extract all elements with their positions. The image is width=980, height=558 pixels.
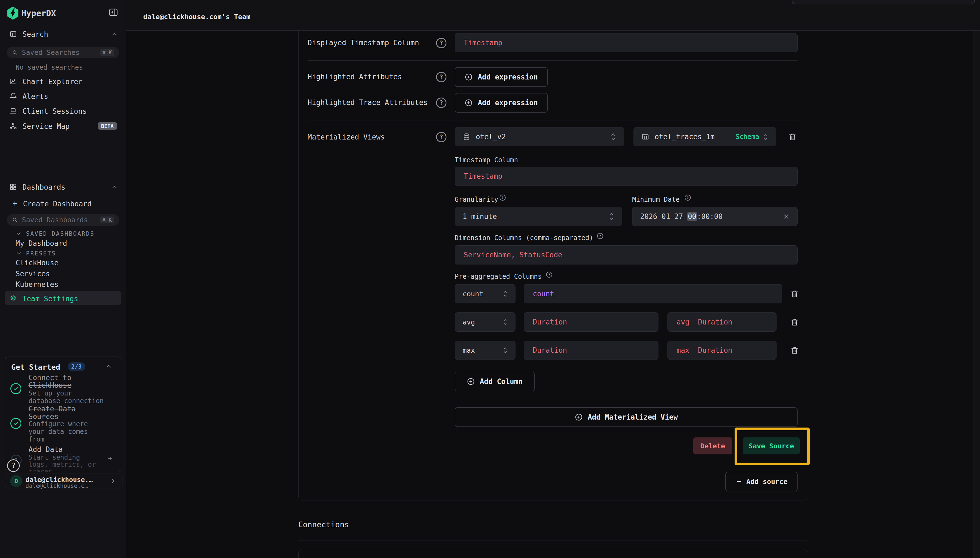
displayed-timestamp-input[interactable]: Timestamp (455, 33, 798, 53)
trash-icon[interactable] (788, 132, 797, 142)
add-expression-button[interactable]: Add expression (455, 67, 548, 87)
select-chevrons-icon (610, 132, 616, 141)
select-chevrons-icon (503, 318, 507, 326)
help-circle-icon[interactable]: ? (546, 272, 552, 277)
connections-panel-cutoff (298, 549, 807, 558)
chevron-up-icon[interactable] (112, 185, 117, 189)
sidebar-item-chart-explorer[interactable]: Chart Explorer (23, 78, 82, 85)
help-circle-icon[interactable]: ? (436, 38, 447, 48)
team-title: dale@clickhouse.com's Team (143, 13, 250, 20)
saved-dashboards-input[interactable]: Saved Dashboards ⌘ K (7, 214, 119, 226)
sidebar-item-alerts[interactable]: Alerts (23, 93, 48, 100)
step2-desc-line2: your data comes (28, 428, 88, 435)
step-complete-check-icon (10, 418, 21, 429)
add-source-button[interactable]: Add source (725, 472, 798, 491)
database-select[interactable]: otel_v2 (455, 127, 624, 146)
beta-badge: BETA (98, 122, 117, 130)
divider (308, 60, 798, 61)
sidebar-item-clickhouse[interactable]: ClickHouse (16, 259, 59, 266)
displayed-timestamp-label: Displayed Timestamp Column (308, 39, 419, 46)
aggregation-expression-input[interactable]: count (524, 284, 782, 304)
step3-desc-line3: traces (28, 468, 52, 472)
help-circle-icon[interactable]: ? (500, 195, 506, 200)
chevron-up-icon[interactable] (106, 364, 111, 368)
database-icon (463, 133, 470, 141)
alerts-bell-icon (9, 92, 17, 100)
add-expression-button[interactable]: Add expression (455, 93, 548, 113)
sidebar-item-my-dashboard[interactable]: My Dashboard (16, 240, 67, 247)
chevron-up-icon[interactable] (112, 32, 117, 36)
service-map-icon (9, 122, 17, 130)
dimension-columns-label: Dimension Columns (comma-separated) (455, 235, 593, 241)
chevron-down-icon[interactable] (16, 231, 21, 235)
schema-link[interactable]: Schema (735, 133, 759, 141)
sidebar-collapse-icon[interactable] (108, 7, 118, 17)
trash-icon[interactable] (790, 345, 799, 355)
avatar: D (10, 475, 22, 487)
user-menu[interactable]: D dale@clickhouse.… dale@clickhouse.c… (5, 474, 123, 488)
circle-plus-icon (465, 73, 473, 81)
search-icon (12, 49, 18, 56)
timestamp-column-input[interactable]: Timestamp (455, 167, 798, 186)
chevron-down-icon[interactable] (16, 251, 21, 255)
saved-dashboards-group-header[interactable]: SAVED DASHBOARDS (26, 231, 95, 237)
top-header: dale@clickhouse.com's Team (126, 0, 980, 31)
minimum-date-input[interactable]: 2026-01-27 00:00:00 (632, 207, 798, 226)
presets-group-header[interactable]: PRESETS (26, 251, 56, 256)
aggregation-fn-select[interactable]: avg (455, 312, 515, 332)
step1-title-line2[interactable]: ClickHouse (28, 382, 72, 389)
help-circle-icon[interactable]: ? (436, 72, 447, 82)
aggregation-fn-select[interactable]: count (455, 284, 515, 304)
client-sessions-laptop-icon (9, 107, 17, 115)
sidebar-item-kubernetes[interactable]: Kubernetes (16, 281, 59, 288)
aggregation-name-input[interactable]: max__Duration (668, 341, 777, 360)
preaggregated-columns-label: Pre-aggregated Columns (455, 273, 542, 280)
sidebar-item-search[interactable]: Search (23, 31, 48, 38)
table-icon (641, 133, 649, 141)
table-select[interactable]: otel_traces_1m Schema (633, 127, 776, 146)
select-chevrons-icon (609, 212, 614, 221)
step1-desc-line1: Set up your (28, 390, 72, 397)
granularity-select[interactable]: 1 minute (455, 207, 622, 226)
help-circle-icon[interactable]: ? (436, 132, 447, 142)
step1-title-line1[interactable]: Connect to (28, 374, 72, 381)
sidebar-item-team-settings[interactable]: Team Settings (5, 291, 121, 305)
saved-searches-input[interactable]: Saved Searches ⌘ K (7, 47, 119, 58)
trash-icon[interactable] (790, 289, 799, 299)
aggregation-name-input[interactable]: avg__Duration (668, 312, 777, 332)
step2-title-line1[interactable]: Create Data (28, 405, 75, 412)
hyperdx-logo-icon (7, 6, 19, 20)
clear-x-icon[interactable] (782, 213, 790, 220)
get-started-title: Get Started (11, 363, 60, 371)
date-hours-segment-selected[interactable]: 00 (687, 212, 697, 221)
select-chevrons-icon (763, 133, 768, 141)
aggregation-expression-input[interactable]: Duration (524, 341, 658, 360)
step3-title[interactable]: Add Data (28, 446, 63, 453)
help-circle-icon[interactable]: ? (597, 233, 603, 239)
scrollbar-track[interactable] (973, 31, 980, 558)
sidebar-item-dashboards[interactable]: Dashboards (23, 184, 65, 191)
step2-title-line2[interactable]: Sources (28, 413, 59, 420)
step2-desc-line1: Configure where (28, 421, 88, 427)
sidebar-item-service-map[interactable]: Service Map (23, 123, 70, 130)
trash-icon[interactable] (790, 317, 799, 327)
shortcut-badge: ⌘ K (100, 217, 114, 223)
dimension-columns-input[interactable]: ServiceName, StatusCode (455, 245, 798, 264)
add-materialized-view-button[interactable]: Add Materialized View (455, 407, 798, 427)
saved-dashboards-placeholder: Saved Dashboards (22, 216, 100, 224)
no-saved-searches-text: No saved searches (16, 64, 83, 71)
granularity-label: Granularity (455, 196, 498, 203)
shortcut-badge: ⌘ K (100, 49, 114, 56)
sidebar-item-services[interactable]: Services (16, 270, 50, 277)
aggregation-fn-select[interactable]: max (455, 341, 515, 360)
sidebar-item-client-sessions[interactable]: Client Sessions (23, 108, 87, 115)
aggregation-expression-input[interactable]: Duration (524, 312, 658, 332)
help-button[interactable]: ? (7, 460, 20, 472)
delete-button[interactable]: Delete (693, 437, 732, 455)
help-circle-icon[interactable]: ? (685, 195, 691, 200)
question-mark-icon: ? (11, 461, 16, 470)
chart-explorer-icon (9, 77, 17, 85)
add-column-button[interactable]: Add Column (455, 372, 535, 391)
create-dashboard-button[interactable]: Create Dashboard (23, 200, 92, 207)
help-circle-icon[interactable]: ? (436, 98, 447, 108)
